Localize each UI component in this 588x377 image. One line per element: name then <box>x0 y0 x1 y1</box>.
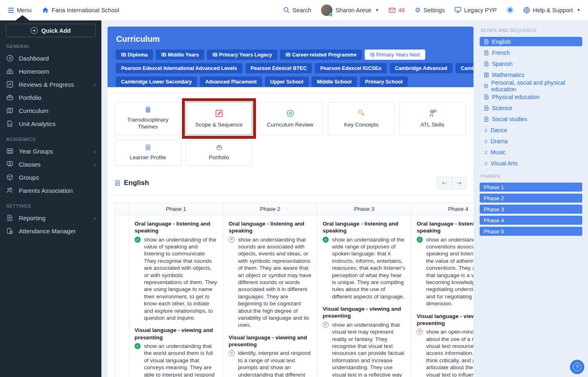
learning-outcome-text: show an understanding that the world aro… <box>144 343 218 377</box>
document-icon <box>114 180 121 186</box>
col-header-phase-2: Phase 2 <box>223 203 317 215</box>
prev-subject-button[interactable]: ← <box>437 177 452 189</box>
tab-upper-school[interactable]: Upper School <box>265 77 309 87</box>
search-button[interactable]: Search <box>283 7 311 14</box>
chevron-right-icon: › <box>94 214 96 221</box>
curriculum-header: Curriculum IB Diploma IB Middle Years IB… <box>108 27 474 87</box>
tab-middle-school[interactable]: Middle School <box>312 77 357 87</box>
page-title: Curriculum <box>116 34 465 44</box>
tab-primary-school[interactable]: Primary School <box>360 77 408 87</box>
tab-ib-primary-years-legacy[interactable]: IB Primary Years Legacy <box>207 50 277 60</box>
main-menu-sidebar: + Quick Add GENERAL Dashboard Homeroom R… <box>0 20 101 377</box>
phase-filter-1[interactable]: Phase 1 <box>480 183 582 192</box>
report-document-icon <box>6 214 13 221</box>
chevron-down-icon: ▼ <box>577 8 581 12</box>
sidebar-item-year-groups[interactable]: Year Groups › <box>0 144 101 158</box>
music-note-icon: ♫ <box>484 127 488 133</box>
subject-item-science[interactable]: Science <box>480 103 582 113</box>
subject-item-music[interactable]: ♫ Music <box>480 147 582 157</box>
tab-ib-career-related-programme[interactable]: IB Career-related Programme <box>280 50 362 60</box>
presenter-icon <box>428 109 437 118</box>
tab-pearson-edexcel-ial[interactable]: Pearson Edexcel International Advanced L… <box>116 63 242 73</box>
next-subject-button[interactable]: → <box>451 177 467 189</box>
sidebar-item-parents-association[interactable]: Parents Association <box>0 184 101 197</box>
tab-ib-primary-years-next[interactable]: IB Primary Years Next <box>365 50 425 60</box>
sidebar-item-attendance-manager[interactable]: Attendance Manager <box>0 224 101 237</box>
learning-outcome-text: show an understanding of the conventions… <box>426 236 474 307</box>
strand-heading: Visual language - viewing and presenting <box>323 305 406 320</box>
notification-dot-icon[interactable] <box>507 7 514 14</box>
subject-item-pspe[interactable]: Personal, social and physical education <box>480 81 582 90</box>
settings-button[interactable]: ⚙ Settings <box>415 7 445 14</box>
avatar <box>321 5 332 16</box>
messages-count: 48 <box>398 7 405 14</box>
cross-circle-icon: ✕ <box>229 237 235 243</box>
card-learner-profile[interactable]: Learner Profile <box>114 140 181 166</box>
teacher-board-icon <box>6 160 13 168</box>
music-note-icon: ♫ <box>484 138 488 144</box>
sidebar-item-dashboard[interactable]: Dashboard <box>0 52 101 65</box>
sidebar-item-portfolio[interactable]: Portfolio <box>0 91 101 104</box>
two-people-icon <box>6 187 13 194</box>
subject-item-mathematics[interactable]: Mathematics <box>480 70 582 79</box>
subject-item-social-studies[interactable]: Social studies <box>480 114 582 124</box>
subject-item-spanish[interactable]: Spanish <box>480 59 582 68</box>
quick-add-button[interactable]: + Quick Add <box>6 24 96 37</box>
messages-button[interactable]: 48 <box>389 7 405 14</box>
section-label-settings: SETTINGS <box>6 203 101 208</box>
tab-cambridge-lower-secondary[interactable]: Cambridge Lower Secondary <box>116 77 197 87</box>
subject-item-visual-arts[interactable]: ♫ Visual Arts <box>480 158 582 168</box>
tab-ib-middle-years[interactable]: IB Middle Years <box>156 50 204 60</box>
sidebar-item-reviews-progress[interactable]: Reviews & Progress › <box>0 78 101 91</box>
sidebar-item-reporting[interactable]: Reporting › <box>0 211 101 224</box>
phase-filter-2[interactable]: Phase 2 <box>480 194 582 203</box>
card-portfolio[interactable]: Portfolio <box>186 140 252 166</box>
legacy-pyp-button[interactable]: Legacy PYP <box>455 7 497 14</box>
scope-sequence-sidebar: SCOPE AND SEQUENCE English French Spanis… <box>480 27 582 238</box>
sidebar-item-classes[interactable]: Classes › <box>0 158 101 171</box>
tab-pearson-edexcel-btec[interactable]: Pearson Edexcel BTEC <box>245 63 312 73</box>
sidebar-item-homeroom[interactable]: Homeroom <box>0 65 101 78</box>
help-fab-button[interactable]: ? <box>570 360 584 374</box>
house-icon <box>6 68 13 75</box>
phase-filter-3[interactable]: Phase 3 <box>480 205 582 214</box>
school-name: Faria International School <box>52 7 119 14</box>
subject-item-physical-education[interactable]: Physical education <box>480 92 582 102</box>
sidebar-item-unit-analytics[interactable]: Unit Analytics <box>0 117 101 130</box>
people-rows-icon <box>6 147 13 155</box>
subject-item-english[interactable]: English <box>480 37 582 46</box>
strand-heading: Visual language - viewing and presenting <box>135 327 218 341</box>
tab-cambridge-igcses[interactable]: Cambridge IGCSEs <box>456 63 474 73</box>
user-name: Sharon Arese <box>335 7 371 14</box>
strand-heading: Visual language - viewing and presenting <box>229 334 312 348</box>
sidebar-item-curriculum[interactable]: Curriculum <box>0 104 101 117</box>
tab-cambridge-advanced[interactable]: Cambridge Advanced <box>390 63 453 73</box>
user-menu[interactable]: Sharon Arese ▼ <box>321 5 379 16</box>
strand-heading: Oral language - listening and speaking <box>135 220 218 235</box>
tab-advanced-placement[interactable]: Advanced Placement <box>200 77 262 87</box>
card-key-concepts[interactable]: Key Concepts <box>328 102 395 135</box>
sidebar-item-groups[interactable]: Groups <box>0 171 101 184</box>
strand-heading: Oral language - listening and speaking <box>229 220 312 235</box>
school-home-link[interactable]: Faria International School <box>42 7 119 14</box>
life-ring-icon <box>523 7 530 14</box>
phase-filter-5[interactable]: Phase 5 <box>480 227 582 236</box>
card-transdisciplinary-themes[interactable]: Transdisciplinary Themes <box>114 102 181 135</box>
card-curriculum-review[interactable]: Curriculum Review <box>257 102 323 135</box>
subject-item-dance[interactable]: ♫ Dance <box>480 125 582 135</box>
tab-ib-diploma[interactable]: IB Diploma <box>116 50 153 60</box>
subject-item-french[interactable]: French <box>480 48 582 57</box>
row-label-header <box>115 203 129 215</box>
card-scope-and-sequence[interactable]: Scope & Sequence <box>186 102 252 135</box>
check-circle-icon: ✓ <box>323 237 329 243</box>
clipboard-clock-icon <box>6 227 13 235</box>
document-chart-icon <box>6 120 13 127</box>
help-support-menu[interactable]: Help & Support ▼ <box>523 7 581 14</box>
subject-item-drama[interactable]: ♫ Drama <box>480 136 582 146</box>
card-atl-skills[interactable]: ATL Skills <box>399 102 466 135</box>
phase-2-cell: Oral language - listening and speaking ✕… <box>223 215 317 377</box>
tab-pearson-edexcel-igcses[interactable]: Pearson Edexcel IGCSEs <box>315 63 386 73</box>
phase-filter-4[interactable]: Phase 4 <box>480 216 582 225</box>
cross-circle-icon: ✕ <box>417 329 423 335</box>
menu-button[interactable]: Menu <box>8 7 31 14</box>
